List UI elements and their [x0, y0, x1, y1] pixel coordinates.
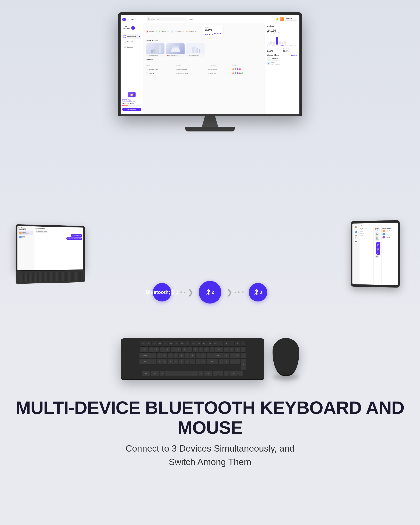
- key-clear: clear: [213, 341, 218, 346]
- key-rbrace: ]: [210, 347, 215, 352]
- qa-item-2[interactable]: 📄 Amazing Pool.png: [186, 43, 205, 56]
- folders-header: Folders: [146, 59, 262, 62]
- cloud-item-1[interactable]: P Pahe.ph halo@pahe.ph: [267, 62, 297, 65]
- tablet-msg-1: I'm glad to have you say that - I'm in!: [376, 242, 380, 255]
- filter-chevron: ▾: [193, 18, 194, 20]
- videos-label: Videos: [149, 30, 154, 32]
- folder-name-1: Series: [146, 72, 176, 74]
- table-row[interactable]: Series Dwayne Johnson 17 Aug, 2020: [146, 71, 261, 75]
- dot-5: [238, 291, 240, 293]
- laptop-wrapper: Lo-Ashton Apartment Ashton Are you there…: [16, 224, 85, 284]
- tablet-title: +: [361, 225, 362, 226]
- key-d: D: [162, 353, 167, 358]
- sub-title: Connect to 3 Devices Simultaneously, and…: [118, 442, 302, 469]
- top-bar: Search Files... Filter ▾ 🔔 J: [143, 15, 299, 23]
- key-f7: F7: [180, 341, 185, 346]
- nav-dashboard[interactable]: Dashboard: [122, 34, 141, 39]
- laptop-contact-0[interactable]: Ashton Are you there?: [19, 231, 33, 235]
- devices-section: C CLOUDY AddNew File + Dashboard: [0, 0, 420, 328]
- tablet-nav-home[interactable]: 🏠: [354, 225, 358, 229]
- cloud-item-0[interactable]: T Turu.com hello@turu.com: [267, 57, 297, 61]
- dot-4: [235, 292, 236, 293]
- nav-myfiles[interactable]: My Files: [122, 40, 141, 44]
- add-new-button[interactable]: + Add New: [289, 55, 297, 56]
- key-period: .: [196, 359, 201, 364]
- svg-rect-21: [273, 42, 275, 45]
- table-row[interactable]: Design Brief Jason Statham 10 Oct, 2020: [146, 67, 261, 71]
- key-f11: F11: [202, 341, 207, 346]
- qa-item-0[interactable]: 📄 Kemam Pool.png: [146, 43, 165, 56]
- activity-title: Activity: [267, 25, 297, 27]
- svg-rect-9: [153, 49, 155, 53]
- bluetooth-badge-2: 2: [199, 281, 221, 303]
- svg-rect-11: [159, 45, 161, 53]
- pahe-url: halo@pahe.ph: [271, 64, 280, 65]
- document-icon: 📄: [171, 30, 173, 33]
- others-label: Others: [189, 30, 194, 32]
- tablet-nav-settings[interactable]: ⚙: [354, 239, 358, 244]
- key-o: O: [193, 347, 198, 352]
- tablet-contact-1[interactable]: Brian: [383, 233, 397, 235]
- key-n6: 6: [235, 353, 240, 358]
- contact-preview-0: Are you there?: [22, 233, 29, 234]
- folder-owner-1: Dwayne Johnson: [176, 71, 207, 75]
- image-icon: 🖼: [158, 30, 161, 33]
- user-name: Jonathan: [285, 18, 297, 19]
- svg-marker-14: [171, 48, 180, 52]
- qa-thumb-0: [146, 43, 165, 54]
- folder-modified-1: 17 Aug, 2020: [208, 71, 232, 75]
- key-comma: ,: [190, 359, 195, 364]
- monitor-wrapper: C CLOUDY AddNew File + Dashboard: [118, 12, 302, 131]
- key-v: V: [168, 359, 173, 364]
- key-down: ↓: [218, 371, 223, 376]
- tablet-contact-2[interactable]: Brian Tay: [383, 236, 397, 238]
- tablet-contacts: Recent Contacts Ashton Bingham Brian: [382, 227, 398, 285]
- key-k: K: [190, 353, 195, 358]
- tablet-contact-name-0: Ashton Bingham: [385, 230, 393, 232]
- key-row-5: ctrl alt ⌘ ⌘ alt ← ↓ → 0 .: [124, 371, 261, 376]
- add-file-text: AddNew File: [123, 26, 130, 30]
- key-h: H: [179, 353, 184, 358]
- nav-settings[interactable]: Settings: [122, 45, 141, 49]
- storage-gb: 25.32 GB used: [122, 103, 141, 105]
- tablet-nav-people[interactable]: 👤: [354, 229, 358, 234]
- contacts-title: Recent Contacts: [383, 228, 397, 229]
- left-panel: ▶ Videos 16 🖼 Images 32: [143, 23, 265, 114]
- arrow-chevron-1: ❯: [187, 288, 194, 297]
- key-f3: F3: [158, 341, 162, 346]
- laptop-contact-1[interactable]: Sarah Hello!: [19, 235, 33, 239]
- add-file-button[interactable]: AddNew File +: [122, 24, 141, 32]
- key-nminus: -: [241, 347, 245, 352]
- filter-button[interactable]: Filter ▾: [189, 18, 194, 20]
- msg-2: I'm glad to hear you say that - I'm in!: [66, 237, 82, 240]
- key-up: ↑: [219, 359, 224, 364]
- keyboard-mouse-wrapper: esc F1 F2 F3 F4 F5 F6 F7 F8 F9 F10 F11 F…: [121, 338, 299, 380]
- monitor-stand-neck: [202, 116, 218, 127]
- key-tab: tab: [140, 347, 148, 352]
- key-nenter: ⏎: [241, 359, 246, 370]
- upgrade-text: Upgrade to Profor Unlimited Storage: [122, 98, 141, 102]
- logo-text: CLOUDY: [127, 19, 136, 20]
- key-f1: F1: [146, 341, 151, 346]
- go-premium-button[interactable]: Go Premium: [122, 108, 141, 111]
- key-left: ←: [213, 371, 218, 376]
- pahe-name: Pahe.ph: [271, 62, 280, 64]
- downloads-count: 24,170: [283, 50, 297, 52]
- key-w: W: [154, 347, 159, 352]
- tablet-contact-0[interactable]: Ashton Bingham: [383, 229, 397, 232]
- search-box[interactable]: Search Files...: [146, 18, 187, 21]
- dot-6: [242, 291, 244, 293]
- downloads-box: ↓ Downloads 24,170: [283, 47, 297, 52]
- downloads-label: Downloads: [283, 48, 297, 50]
- monitor-stand-base: [185, 127, 235, 131]
- folder-modified-0: 10 Oct, 2020: [208, 67, 232, 71]
- qa-item-1[interactable]: ▶ Family Pool.mp4: [166, 43, 185, 56]
- key-ctrl: ctrl: [142, 371, 150, 376]
- active-dot: [139, 36, 140, 37]
- storage-fill: [122, 105, 128, 106]
- group-2[interactable]: Team: [360, 234, 373, 236]
- settings-icon: [123, 46, 126, 48]
- tablet-nav-chat[interactable]: 💬: [354, 234, 358, 238]
- content-area: ▶ Videos 16 🖼 Images 32: [143, 23, 299, 114]
- key-slash: /: [201, 359, 206, 364]
